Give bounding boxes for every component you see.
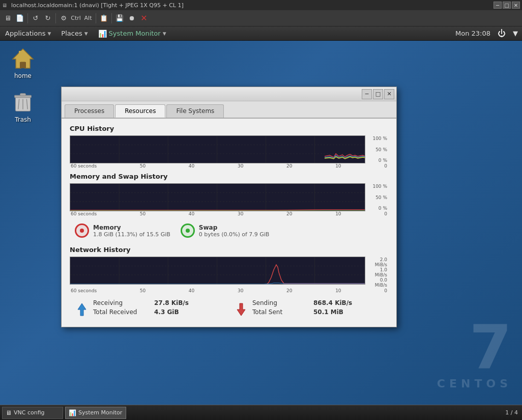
places-label: Places	[61, 30, 82, 37]
sending-item: Sending 868.4 KiB/s Total Sent 50.1 MiB	[234, 299, 383, 319]
sysmon-maximize-button[interactable]: □	[373, 89, 383, 99]
network-chart	[70, 257, 365, 285]
toolbar-config[interactable]: ⚙	[58, 13, 69, 24]
vnc-taskbar-button[interactable]: 🖥 VNC config	[2, 407, 63, 419]
network-mbps-1: 1.0 MiB/s	[366, 267, 387, 277]
applications-arrow: ▼	[47, 31, 51, 36]
cpu-pct-0: 0 %	[366, 158, 387, 163]
toolbar-rec[interactable]: ⏺	[126, 13, 137, 24]
network-axis-1: 50	[140, 288, 146, 293]
receiving-details: Receiving 27.8 KiB/s Total Received 4.3 …	[93, 299, 189, 316]
sending-arrow-svg	[234, 300, 248, 319]
toolbar-save[interactable]: 💾	[114, 13, 125, 24]
swap-info: Swap 0 bytes (0.0%) of 7.9 GiB	[199, 224, 270, 238]
toolbar-new[interactable]: 📄	[14, 13, 25, 24]
network-axis-6: 0	[384, 288, 387, 293]
cpu-axis-6: 0	[384, 163, 387, 169]
total-sent-value: 50.1 MiB	[313, 309, 343, 316]
toolbar-refresh1[interactable]: ↺	[30, 13, 41, 24]
toolbar-stop[interactable]: ✕	[138, 13, 150, 24]
power-menu[interactable]: ⏻	[492, 26, 511, 41]
cpu-section: CPU History	[70, 125, 388, 169]
toolbar-sep2	[55, 13, 56, 23]
memory-section: Memory and Swap History	[70, 173, 388, 241]
vnc-icon: 🖥	[2, 3, 7, 8]
memory-dot	[80, 229, 84, 233]
places-menu[interactable]: Places ▼	[56, 26, 93, 41]
svg-rect-5	[20, 94, 26, 96]
centos-watermark: 7 CENTOS	[437, 317, 512, 389]
cpu-axis-labels: 60 seconds 50 40 30 20 10 0	[70, 163, 388, 169]
total-received-label: Total Received	[93, 309, 139, 316]
network-mbps-0: 0.0 MiB/s	[366, 277, 387, 288]
total-received-value: 4.3 GiB	[154, 309, 179, 316]
toolbar-copy[interactable]: 📋	[98, 13, 109, 24]
gnome-menubar: Applications ▼ Places ▼ 📊 System Monitor…	[0, 26, 522, 41]
mem-swap-row: Memory 1.8 GiB (11.3%) of 15.5 GiB Swap …	[70, 220, 388, 241]
toolbar-sep3	[96, 13, 96, 23]
network-axis-5: 10	[335, 288, 341, 293]
sysmon-taskbar-label: System Monitor	[78, 409, 122, 416]
places-arrow: ▼	[84, 31, 88, 36]
total-sent-label: Total Sent	[252, 309, 298, 316]
total-sent-row: Total Sent 50.1 MiB	[252, 309, 352, 316]
memory-value: 1.8 GiB (11.3%) of 15.5 GiB	[93, 231, 170, 238]
memory-indicator: Memory 1.8 GiB (11.3%) of 15.5 GiB	[75, 223, 170, 238]
panel-taskbar: 🖥 VNC config 📊 System Monitor	[0, 407, 126, 419]
cpu-axis-2: 40	[189, 163, 194, 169]
memory-pct-100: 100 %	[366, 184, 387, 189]
toolbar-ctrl[interactable]: Ctrl	[70, 13, 81, 24]
receiving-arrow-icon	[75, 299, 89, 319]
vnc-close-button[interactable]: ✕	[512, 2, 520, 9]
vnc-titlebar: 🖥 localhost.localdomain:1 (dnavi) [Tight…	[0, 0, 522, 10]
receiving-label: Receiving	[93, 299, 139, 306]
home-label: home	[14, 72, 32, 79]
network-label: Network History	[70, 246, 388, 254]
tab-processes[interactable]: Processes	[65, 104, 114, 118]
trash-svg	[12, 91, 34, 113]
network-axis-4: 20	[286, 288, 292, 293]
sysmon-content: CPU History	[62, 119, 396, 327]
memory-info: Memory 1.8 GiB (11.3%) of 15.5 GiB	[93, 224, 170, 238]
memory-circle	[75, 223, 89, 238]
memory-pct-50: 50 %	[366, 195, 387, 200]
network-section: Network History	[70, 246, 388, 321]
cpu-axis-3: 30	[238, 163, 243, 169]
sysmon-close-button[interactable]: ✕	[384, 89, 394, 99]
home-icon[interactable]: home	[5, 46, 41, 79]
sysmon-menu[interactable]: 📊 System Monitor ▼	[93, 26, 171, 41]
swap-title: Swap	[199, 224, 270, 231]
sysmon-minimize-button[interactable]: ─	[362, 89, 372, 99]
receiving-arrow-svg	[75, 300, 89, 319]
cpu-axis-4: 20	[286, 163, 292, 169]
receiving-value: 27.8 KiB/s	[154, 299, 189, 306]
applications-menu[interactable]: Applications ▼	[0, 26, 56, 41]
sysmon-menu-label: System Monitor	[109, 30, 161, 37]
memory-title: Memory	[93, 224, 170, 231]
memory-axis-3: 30	[238, 211, 243, 216]
menubar-left: Applications ▼ Places ▼ 📊 System Monitor…	[0, 26, 455, 41]
vnc-minimize-button[interactable]: ─	[494, 2, 502, 9]
svg-marker-31	[237, 303, 245, 316]
vnc-maximize-button[interactable]: □	[503, 2, 511, 9]
centos-number: 7	[470, 312, 512, 383]
bottom-panel: 🖥 VNC config 📊 System Monitor 1 / 4	[0, 405, 522, 420]
toolbar-refresh2[interactable]: ↻	[42, 13, 53, 24]
sysmon-taskbar-button[interactable]: 📊 System Monitor	[65, 407, 126, 419]
toolbar-alt[interactable]: Alt	[82, 13, 94, 24]
vnc-taskbar-label: VNC config	[14, 409, 45, 416]
centos-text: CENTOS	[437, 378, 512, 389]
cpu-axis-0: 60 seconds	[71, 163, 97, 169]
applications-label: Applications	[5, 30, 45, 37]
tab-filesystems[interactable]: File Systems	[166, 104, 224, 118]
menubar-right: Mon 23:08 ⏻ ▼	[455, 26, 522, 41]
network-stats-row: Receiving 27.8 KiB/s Total Received 4.3 …	[70, 297, 388, 321]
network-axis-labels: 60 seconds 50 40 30 20 10 0	[70, 288, 388, 293]
toolbar-sep4	[111, 13, 112, 23]
home-svg	[11, 46, 35, 70]
swap-indicator: Swap 0 bytes (0.0%) of 7.9 GiB	[181, 223, 270, 238]
tab-resources[interactable]: Resources	[115, 104, 165, 118]
trash-icon[interactable]: Trash	[5, 90, 41, 123]
toolbar-icon1[interactable]: 🖥	[2, 13, 13, 24]
memory-axis-4: 20	[286, 211, 292, 216]
